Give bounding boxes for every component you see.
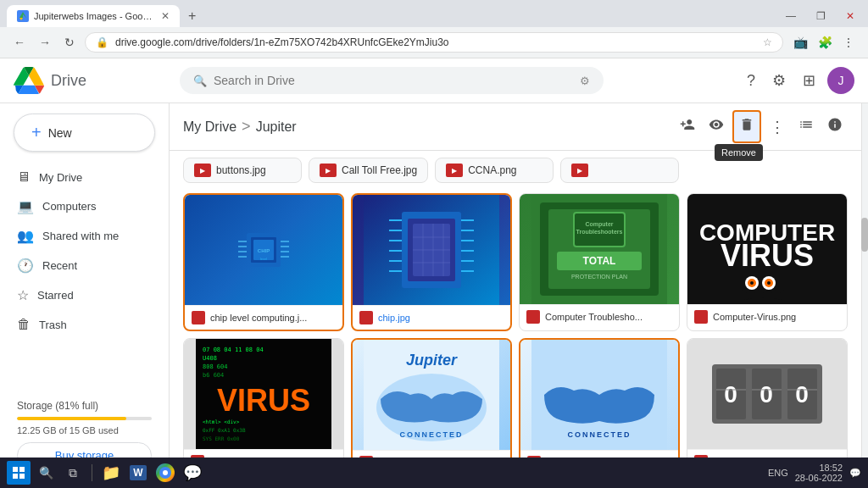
file-card[interactable]: Computer Troubleshooters TOTAL PROTECTIO…: [519, 193, 680, 331]
info-button[interactable]: [822, 112, 848, 141]
taskbar-separator: [92, 464, 92, 481]
file-card[interactable]: Jupiter CONNECTED connected worldwide.: [351, 338, 512, 476]
list-item[interactable]: CCNA.png: [435, 158, 554, 183]
toolbar-actions: Remove ⋮: [675, 110, 848, 143]
files-container: buttons.jpg Call Toll Free.jpg CCNA.png: [170, 151, 861, 485]
shared-icon: 👥: [17, 228, 34, 244]
more-options-button[interactable]: ⋮: [765, 113, 790, 141]
sidebar-label-trash: Trash: [39, 319, 67, 331]
file-card[interactable]: 07 08 04 11 08 04 U408 808 604 b6 604 VI…: [183, 338, 344, 476]
active-tab[interactable]: Jupiterwebs Images - Google Dr... ✕: [7, 5, 180, 27]
menu-button[interactable]: ⋮: [839, 32, 858, 53]
screen-cast-icon[interactable]: 📺: [790, 32, 811, 53]
extensions-icon[interactable]: 🧩: [815, 32, 836, 53]
start-button[interactable]: [7, 461, 31, 485]
top-row-files: buttons.jpg Call Toll Free.jpg CCNA.png: [183, 158, 848, 183]
taskbar-file-explorer[interactable]: 📁: [99, 461, 123, 485]
svg-text:0xFF 0xA1 0x3B: 0xFF 0xA1 0x3B: [203, 427, 246, 433]
file-card[interactable]: CHIP level: [183, 193, 344, 331]
remove-tooltip: Remove: [715, 144, 763, 161]
add-people-button[interactable]: [675, 112, 700, 141]
file-card[interactable]: 0 0 0: [687, 338, 848, 476]
refresh-button[interactable]: ↻: [61, 32, 78, 53]
url-bar[interactable]: 🔒 drive.google.com/drive/folders/1n-eZm7…: [85, 32, 783, 53]
file-name: chip.jpg: [378, 313, 410, 323]
tab-bar: Jupiterwebs Images - Google Dr... ✕ + — …: [0, 0, 868, 27]
file-card[interactable]: COMPUTER VIRUS: [687, 193, 848, 331]
list-item[interactable]: [560, 158, 679, 183]
my-drive-icon: 🖥: [17, 169, 31, 185]
tab-close-button[interactable]: ✕: [161, 10, 170, 22]
file-card[interactable]: chip.jpg: [351, 193, 512, 331]
svg-point-52: [750, 281, 754, 285]
file-thumbnail: [446, 164, 463, 177]
taskbar-skype[interactable]: 💬: [181, 461, 204, 485]
svg-text:CHIP: CHIP: [258, 248, 270, 253]
help-button[interactable]: ?: [742, 67, 760, 95]
sidebar-item-computers[interactable]: 💻 Computers: [7, 192, 162, 220]
breadcrumb: My Drive > Jupiter: [183, 118, 668, 136]
sidebar-item-shared[interactable]: 👥 Shared with me: [7, 222, 162, 250]
svg-text:Troubleshooters: Troubleshooters: [576, 229, 623, 235]
file-preview: COMPUTER VIRUS: [687, 194, 847, 304]
scrollbar-thumb[interactable]: [861, 218, 868, 252]
preview-toggle-button[interactable]: [704, 112, 729, 141]
taskbar-word[interactable]: W: [126, 461, 150, 485]
storage-info: 12.25 GB of 15 GB used: [17, 425, 152, 435]
file-preview: 0 0 0: [687, 339, 847, 449]
sidebar-item-starred[interactable]: ☆ Starred: [7, 281, 162, 309]
sidebar-item-my-drive[interactable]: 🖥 My Drive: [7, 164, 162, 191]
delete-button[interactable]: Remove: [732, 110, 761, 143]
settings-button[interactable]: ⚙: [767, 66, 791, 95]
svg-text:CONNECTED: CONNECTED: [567, 430, 631, 439]
file-preview: 07 08 04 11 08 04 U408 808 604 b6 604 VI…: [184, 339, 343, 449]
file-name: Computer Troublesho...: [545, 312, 643, 322]
svg-text:0: 0: [795, 381, 809, 408]
address-actions: 📺 🧩 ⋮: [790, 32, 858, 53]
maximize-button[interactable]: ❐: [810, 8, 832, 24]
sidebar-item-recent[interactable]: 🕐 Recent: [7, 252, 162, 280]
apps-button[interactable]: ⊞: [798, 66, 821, 95]
back-button[interactable]: ←: [10, 32, 29, 53]
search-box[interactable]: 🔍 ⚙: [180, 67, 604, 94]
file-name: Call Toll Free.jpg: [342, 164, 417, 176]
file-thumbnail: [194, 164, 211, 177]
file-preview: Computer Troubleshooters TOTAL PROTECTIO…: [520, 194, 679, 304]
main-content: My Drive > Jupiter Remove ⋮: [170, 103, 861, 485]
list-item[interactable]: buttons.jpg: [183, 158, 302, 183]
svg-text:808 604: 808 604: [203, 363, 228, 370]
file-info: chip.jpg: [353, 305, 510, 330]
drive-logo: Drive: [14, 65, 166, 96]
minimize-button[interactable]: —: [779, 8, 803, 24]
url-text: drive.google.com/drive/folders/1n-eZm75X…: [115, 36, 449, 48]
search-icon: 🔍: [193, 75, 207, 87]
search-taskbar-button[interactable]: 🔍: [34, 461, 58, 485]
files-grid: CHIP level: [183, 193, 848, 476]
close-button[interactable]: ✕: [839, 8, 861, 24]
main-toolbar: My Drive > Jupiter Remove ⋮: [170, 103, 861, 151]
svg-rect-83: [19, 467, 25, 472]
svg-text:0: 0: [760, 381, 773, 408]
breadcrumb-root[interactable]: My Drive: [183, 119, 236, 135]
sidebar-item-trash[interactable]: 🗑 Trash: [7, 311, 162, 338]
task-view-button[interactable]: ⧉: [61, 461, 85, 485]
search-input[interactable]: [214, 74, 573, 87]
new-button[interactable]: + New: [14, 114, 155, 152]
svg-text:0: 0: [724, 381, 737, 408]
forward-button[interactable]: →: [36, 32, 54, 53]
filter-icon[interactable]: ⚙: [580, 75, 590, 87]
sidebar-label-my-drive: My Drive: [39, 171, 82, 184]
svg-rect-82: [13, 467, 18, 472]
bookmark-icon[interactable]: ☆: [763, 36, 772, 48]
address-bar: ← → ↻ 🔒 drive.google.com/drive/folders/1…: [0, 27, 868, 58]
new-tab-button[interactable]: +: [181, 5, 203, 27]
taskbar-chrome[interactable]: [153, 461, 177, 485]
list-view-button[interactable]: [793, 112, 819, 141]
file-type-icon: [192, 311, 205, 324]
svg-text:CONNECTED: CONNECTED: [399, 430, 463, 439]
file-card[interactable]: CONNECTED connected.jpg: [519, 338, 680, 476]
notification-icon[interactable]: 💬: [849, 468, 861, 479]
user-avatar[interactable]: J: [827, 67, 854, 94]
list-item[interactable]: Call Toll Free.jpg: [309, 158, 428, 183]
breadcrumb-current: Jupiter: [256, 119, 297, 135]
